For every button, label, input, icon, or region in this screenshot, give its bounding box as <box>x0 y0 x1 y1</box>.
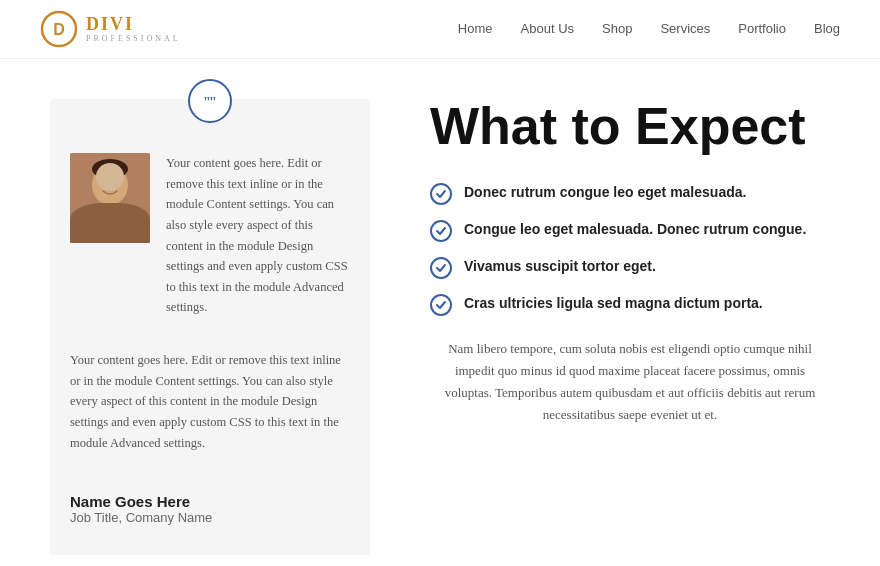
nav-item-services[interactable]: Services <box>660 21 710 37</box>
checklist: Donec rutrum congue leo eget malesuada. … <box>430 182 830 316</box>
nav-link-about[interactable]: About Us <box>521 21 574 36</box>
svg-point-9 <box>100 180 106 187</box>
logo-sub: PROFESSIONAL <box>86 35 181 44</box>
navbar: D DIVI PROFESSIONAL Home About Us Shop S… <box>0 0 880 59</box>
nav-link-shop[interactable]: Shop <box>602 21 632 36</box>
logo-text: DIVI PROFESSIONAL <box>86 15 181 44</box>
avatar <box>70 153 150 243</box>
nav-link-services[interactable]: Services <box>660 21 710 36</box>
checklist-item-3: Vivamus suscipit tortor eget. <box>430 256 830 279</box>
svg-point-10 <box>114 180 120 187</box>
body-paragraph: Nam libero tempore, cum soluta nobis est… <box>430 338 830 426</box>
nav-item-blog[interactable]: Blog <box>814 21 840 37</box>
checklist-text-4: Cras ultricies ligula sed magna dictum p… <box>464 293 763 313</box>
check-icon-1 <box>430 183 452 205</box>
svg-text:D: D <box>53 21 65 38</box>
main-content: " " <box>0 59 880 566</box>
svg-point-5 <box>92 165 128 205</box>
card-content-text-2: Your content goes here. Edit or remove t… <box>70 350 350 453</box>
svg-text:": " <box>209 95 217 109</box>
checklist-item-1: Donec rutrum congue leo eget malesuada. <box>430 182 830 205</box>
section-heading: What to Expect <box>430 99 830 154</box>
logo-icon: D <box>40 10 78 48</box>
nav-link-home[interactable]: Home <box>458 21 493 36</box>
checklist-text-1: Donec rutrum congue leo eget malesuada. <box>464 182 746 202</box>
logo-brand: DIVI <box>86 15 181 35</box>
nav-item-home[interactable]: Home <box>458 21 493 37</box>
check-icon-2 <box>430 220 452 242</box>
nav-link-portfolio[interactable]: Portfolio <box>738 21 786 36</box>
check-icon-4 <box>430 294 452 316</box>
card-footer: Name Goes Here Job Title, Comany Name <box>70 477 212 525</box>
quote-icon: " " <box>188 79 232 123</box>
card-body: Your content goes here. Edit or remove t… <box>70 153 350 318</box>
svg-point-6 <box>92 159 128 179</box>
checklist-item-4: Cras ultricies ligula sed magna dictum p… <box>430 293 830 316</box>
checklist-text-2: Congue leo eget malesuada. Donec rutrum … <box>464 219 806 239</box>
quote-icon-wrap: " " <box>50 79 370 123</box>
nav-item-about[interactable]: About Us <box>521 21 574 37</box>
nav-item-shop[interactable]: Shop <box>602 21 632 37</box>
checklist-text-3: Vivamus suscipit tortor eget. <box>464 256 656 276</box>
card-author-name: Name Goes Here <box>70 493 212 510</box>
checklist-item-2: Congue leo eget malesuada. Donec rutrum … <box>430 219 830 242</box>
svg-rect-8 <box>104 201 116 211</box>
testimonial-card: " " <box>50 99 370 555</box>
logo[interactable]: D DIVI PROFESSIONAL <box>40 10 181 48</box>
card-author-title: Job Title, Comany Name <box>70 510 212 525</box>
svg-point-7 <box>82 211 138 243</box>
right-section: What to Expect Donec rutrum congue leo e… <box>430 99 830 555</box>
nav-link-blog[interactable]: Blog <box>814 21 840 36</box>
nav-item-portfolio[interactable]: Portfolio <box>738 21 786 37</box>
nav-links: Home About Us Shop Services Portfolio Bl… <box>458 21 840 37</box>
check-icon-3 <box>430 257 452 279</box>
card-content-text-1: Your content goes here. Edit or remove t… <box>166 153 350 318</box>
